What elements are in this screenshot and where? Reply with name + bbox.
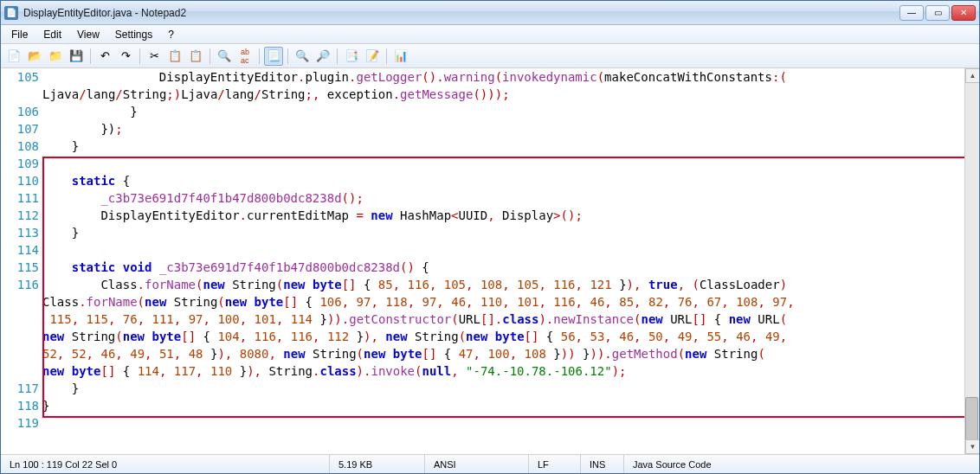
menu-view[interactable]: View [70, 27, 106, 42]
vertical-scrollbar[interactable]: ▲ ▼ [964, 68, 979, 454]
status-ln-col: Ln 100 : 119 Col 22 Sel 0 [1, 455, 330, 473]
code-line[interactable] [42, 155, 964, 172]
code-line[interactable]: }); [42, 120, 964, 138]
editor-area: 1051061071081091101111121131141151161171… [1, 68, 979, 454]
code-line[interactable]: 52, 52, 46, 49, 51, 48 }), 8080, new Str… [42, 345, 964, 362]
line-number: 108 [1, 138, 39, 155]
app-icon [4, 6, 18, 20]
code-line[interactable]: Class.forName(new String(new byte[] { 10… [42, 293, 964, 311]
code-line[interactable]: DisplayEntityEditor.plugin.getLogger().w… [42, 68, 964, 86]
menubar: File Edit View Settings ? [1, 25, 979, 44]
code-editor[interactable]: DisplayEntityEditor.plugin.getLogger().w… [42, 68, 964, 454]
line-number: 111 [1, 189, 39, 207]
folder-icon[interactable]: 📁 [46, 47, 65, 66]
replace-icon[interactable]: abac [235, 47, 255, 66]
status-eol: LF [529, 455, 581, 473]
separator [210, 48, 210, 64]
line-number: 118 [1, 397, 39, 414]
separator [386, 48, 387, 64]
line-number [1, 293, 39, 311]
line-number: 110 [1, 172, 39, 189]
status-lang: Java Source Code [624, 455, 979, 473]
open-icon[interactable]: 📂 [25, 47, 44, 66]
line-number: 119 [1, 414, 39, 432]
line-number: 117 [1, 380, 39, 397]
code-line[interactable]: } [42, 397, 964, 414]
line-number: 115 [1, 259, 39, 276]
line-number [1, 345, 39, 362]
status-encoding: ANSI [425, 455, 529, 473]
code-line[interactable]: _c3b73e691d7f40f1b47d800b0dc8238d(); [42, 189, 964, 207]
code-line[interactable]: Ljava/lang/String;)Ljava/lang/String;, e… [42, 86, 964, 103]
separator [337, 48, 338, 64]
code-line[interactable]: new String(new byte[] { 104, 116, 116, 1… [42, 328, 964, 345]
line-number: 116 [1, 276, 39, 293]
menu-file[interactable]: File [4, 27, 35, 42]
scroll-up-icon[interactable]: ▲ [965, 68, 979, 83]
status-size: 5.19 KB [330, 455, 425, 473]
toolbar: 📄 📂 📁 💾 ↶ ↷ ✂ 📋 📋 🔍 abac 📃 🔍 🔎 📑 📝 📊 [1, 44, 979, 68]
menu-settings[interactable]: Settings [108, 27, 159, 42]
titlebar[interactable]: DisplayEntityEditor.java - Notepad2 — ▭ … [1, 1, 979, 25]
code-line[interactable]: } [42, 138, 964, 155]
line-number: 114 [1, 241, 39, 259]
line-number: 112 [1, 207, 39, 224]
scroll-down-icon[interactable]: ▼ [965, 439, 979, 454]
code-line[interactable]: } [42, 224, 964, 241]
code-line[interactable]: DisplayEntityEditor.currentEditMap = new… [42, 207, 964, 224]
menu-edit[interactable]: Edit [36, 27, 68, 42]
line-number [1, 86, 39, 103]
find-icon[interactable]: 🔍 [215, 47, 234, 66]
line-number: 113 [1, 224, 39, 241]
code-line[interactable] [42, 241, 964, 259]
line-number [1, 328, 39, 345]
undo-icon[interactable]: ↶ [95, 47, 114, 66]
menu-help[interactable]: ? [161, 27, 181, 42]
line-number-gutter: 1051061071081091101111121131141151161171… [1, 68, 42, 454]
line-number [1, 311, 39, 328]
separator [90, 48, 91, 64]
code-line[interactable]: Class.forName(new String(new byte[] { 85… [42, 276, 964, 293]
code-line[interactable]: 115, 115, 76, 111, 97, 100, 101, 114 }))… [42, 311, 964, 328]
code-line[interactable] [42, 414, 964, 432]
scheme2-icon[interactable]: 📝 [363, 47, 382, 66]
app-window: DisplayEntityEditor.java - Notepad2 — ▭ … [0, 0, 980, 474]
code-line[interactable]: } [42, 103, 964, 120]
save-icon[interactable]: 💾 [67, 47, 86, 66]
separator [139, 48, 140, 64]
scheme-icon[interactable]: 📑 [342, 47, 361, 66]
window-title: DisplayEntityEditor.java - Notepad2 [23, 7, 899, 19]
wrap-icon[interactable]: 📃 [264, 47, 283, 66]
line-number: 105 [1, 68, 39, 86]
new-icon[interactable]: 📄 [4, 47, 23, 66]
code-line[interactable]: static { [42, 172, 964, 189]
paste-icon[interactable]: 📋 [186, 47, 205, 66]
line-number: 107 [1, 120, 39, 138]
code-line[interactable]: new byte[] { 114, 117, 110 }), String.cl… [42, 362, 964, 380]
zoomout-icon[interactable]: 🔎 [313, 47, 332, 66]
zoomin-icon[interactable]: 🔍 [293, 47, 312, 66]
close-button[interactable]: ✕ [951, 5, 976, 21]
line-number [1, 362, 39, 380]
separator [287, 48, 288, 64]
code-line[interactable]: } [42, 380, 964, 397]
statusbar: Ln 100 : 119 Col 22 Sel 0 5.19 KB ANSI L… [1, 454, 979, 473]
cut-icon[interactable]: ✂ [145, 47, 164, 66]
separator [259, 48, 260, 64]
minimize-button[interactable]: — [899, 5, 924, 21]
maximize-button[interactable]: ▭ [925, 5, 950, 21]
status-mode: INS [581, 455, 624, 473]
line-number: 109 [1, 155, 39, 172]
info-icon[interactable]: 📊 [391, 47, 410, 66]
code-line[interactable]: static void _c3b73e691d7f40f1b47d800b0dc… [42, 259, 964, 276]
copy-icon[interactable]: 📋 [165, 47, 184, 66]
line-number: 106 [1, 103, 39, 120]
redo-icon[interactable]: ↷ [116, 47, 135, 66]
window-controls: — ▭ ✕ [899, 5, 976, 21]
